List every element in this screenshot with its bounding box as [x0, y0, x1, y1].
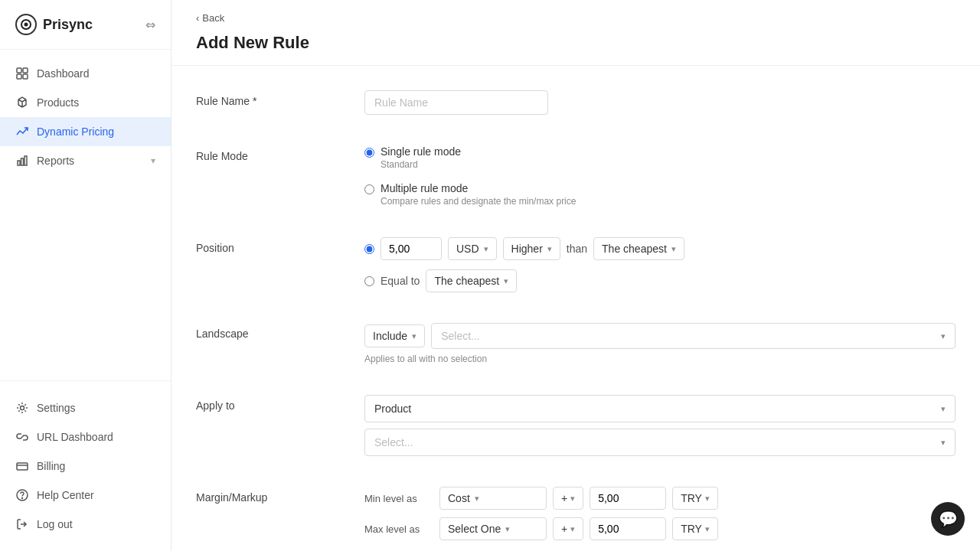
position-label: Position — [196, 237, 364, 292]
sidebar-bottom: Settings URL Dashboard Billing — [0, 380, 171, 551]
single-rule-mode-radio[interactable] — [364, 148, 374, 158]
min-level-type-value: Cost — [448, 492, 470, 504]
landscape-label: Landscape — [196, 323, 364, 364]
multiple-rule-mode-label: Multiple rule mode — [381, 182, 576, 194]
apply-to-field: Product ▾ Select... ▾ — [364, 395, 956, 456]
sidebar-item-dynamic-pricing-label: Dynamic Pricing — [37, 126, 155, 138]
currency-value: USD — [456, 243, 479, 255]
chevron-down-icon: ▾ — [151, 155, 155, 166]
equal-competitor-dropdown[interactable]: The cheapest ▾ — [426, 269, 517, 292]
main-content: ‹ Back Add New Rule Rule Name * Rule Mod… — [172, 0, 980, 551]
multiple-rule-mode-radio[interactable] — [364, 184, 374, 194]
svg-point-13 — [22, 498, 23, 499]
link-icon — [15, 430, 29, 444]
logout-button[interactable]: Log out — [0, 510, 171, 539]
svg-rect-8 — [24, 156, 27, 165]
position-section: Position USD ▾ Higher ▾ than — [196, 237, 956, 292]
margin-field: Min level as Cost ▾ + ▾ TRY ▾ — [364, 487, 956, 548]
min-level-currency-value: TRY — [681, 492, 702, 504]
landscape-filter-chevron-icon: ▾ — [412, 331, 416, 341]
max-level-currency-value: TRY — [681, 523, 702, 535]
svg-rect-4 — [17, 74, 21, 79]
sidebar-item-help-center-label: Help Center — [37, 489, 155, 501]
svg-rect-6 — [18, 161, 20, 165]
apply-to-type-chevron-icon: ▾ — [941, 404, 946, 414]
apply-to-value-dropdown[interactable]: Select... ▾ — [364, 429, 956, 456]
apply-to-value-placeholder: Select... — [374, 436, 413, 448]
competitor-value: The cheapest — [602, 243, 667, 255]
sidebar-item-url-dashboard[interactable]: URL Dashboard — [0, 422, 171, 452]
bar-chart-icon — [15, 154, 29, 168]
sidebar-item-settings[interactable]: Settings — [0, 393, 171, 422]
back-label: Back — [202, 12, 224, 24]
min-level-operator-dropdown[interactable]: + ▾ — [553, 487, 583, 510]
landscape-field: Include ▾ Select... ▾ Applies to all wit… — [364, 323, 956, 364]
max-level-type-value: Select One — [448, 523, 501, 535]
direction-dropdown[interactable]: Higher ▾ — [503, 237, 560, 260]
position-row1-radio[interactable] — [364, 244, 374, 254]
competitor-chevron-icon: ▾ — [671, 244, 676, 254]
multiple-rule-mode-option[interactable]: Multiple rule mode Compare rules and des… — [364, 182, 956, 207]
apply-to-type-dropdown[interactable]: Product ▾ — [364, 395, 956, 422]
max-level-type-dropdown[interactable]: Select One ▾ — [439, 517, 547, 540]
single-rule-mode-option[interactable]: Single rule mode Standard — [364, 145, 956, 170]
min-level-currency-dropdown[interactable]: TRY ▾ — [672, 487, 718, 510]
rule-mode-field: Single rule mode Standard Multiple rule … — [364, 145, 956, 207]
multiple-rule-mode-text: Multiple rule mode Compare rules and des… — [381, 182, 576, 207]
trending-up-icon — [15, 125, 29, 139]
page-title: Add New Rule — [196, 33, 956, 65]
landscape-select-chevron-icon: ▾ — [941, 331, 946, 341]
min-level-value-input[interactable] — [590, 487, 666, 510]
landscape-select-placeholder: Select... — [441, 330, 480, 342]
rule-name-input[interactable] — [364, 90, 548, 115]
sidebar-item-dashboard[interactable]: Dashboard — [0, 59, 171, 88]
single-rule-mode-label: Single rule mode — [381, 145, 461, 158]
rule-name-section: Rule Name * — [196, 90, 956, 115]
apply-to-section: Apply to Product ▾ Select... ▾ — [196, 395, 956, 456]
min-level-currency-chevron-icon: ▾ — [705, 494, 710, 504]
than-label: than — [567, 243, 587, 255]
sidebar-item-products[interactable]: Products — [0, 88, 171, 117]
logo-icon — [15, 14, 37, 35]
margin-section: Margin/Markup Min level as Cost ▾ + ▾ T — [196, 487, 956, 548]
sidebar-item-reports[interactable]: Reports ▾ — [0, 146, 171, 175]
sidebar-collapse-icon[interactable]: ⇔ — [145, 18, 155, 32]
landscape-select[interactable]: Select... ▾ — [431, 323, 956, 349]
landscape-filter-value: Include — [373, 330, 407, 342]
sidebar-item-dynamic-pricing[interactable]: Dynamic Pricing — [0, 117, 171, 146]
chat-widget[interactable]: 💬 — [931, 502, 965, 536]
sidebar-item-help-center[interactable]: Help Center — [0, 481, 171, 510]
single-rule-mode-text: Single rule mode Standard — [381, 145, 461, 170]
landscape-row: Include ▾ Select... ▾ — [364, 323, 956, 349]
svg-rect-5 — [23, 74, 28, 79]
max-level-currency-dropdown[interactable]: TRY ▾ — [672, 517, 718, 540]
equal-to-label: Equal to — [381, 275, 420, 287]
sidebar-item-settings-label: Settings — [37, 402, 155, 414]
min-level-type-chevron-icon: ▾ — [475, 494, 479, 504]
max-level-operator-dropdown[interactable]: + ▾ — [553, 517, 583, 540]
landscape-hint: Applies to all with no selection — [364, 354, 956, 364]
svg-rect-2 — [17, 68, 21, 73]
logout-label: Log out — [37, 518, 155, 530]
min-level-type-dropdown[interactable]: Cost ▾ — [439, 487, 547, 510]
page-header: ‹ Back Add New Rule — [172, 0, 980, 66]
sidebar-item-products-label: Products — [37, 96, 155, 109]
max-level-value-input[interactable] — [590, 517, 666, 540]
max-level-row: Max level as Select One ▾ + ▾ TRY ▾ — [364, 517, 956, 540]
direction-chevron-icon: ▾ — [547, 244, 552, 254]
back-link[interactable]: ‹ Back — [196, 12, 956, 24]
sidebar-item-billing[interactable]: Billing — [0, 452, 171, 481]
position-row2-radio[interactable] — [364, 276, 374, 286]
logout-icon — [15, 517, 29, 531]
position-row-1: USD ▾ Higher ▾ than The cheapest ▾ — [364, 237, 956, 260]
margin-label: Margin/Markup — [196, 487, 364, 548]
position-value-input[interactable] — [381, 237, 442, 260]
landscape-filter-dropdown[interactable]: Include ▾ — [364, 324, 425, 347]
min-level-operator-chevron-icon: ▾ — [570, 494, 575, 504]
sidebar: Prisync ⇔ Dashboard Products — [0, 0, 172, 551]
currency-dropdown[interactable]: USD ▾ — [448, 237, 497, 260]
rule-mode-radio-group: Single rule mode Standard Multiple rule … — [364, 145, 956, 207]
competitor-dropdown[interactable]: The cheapest ▾ — [593, 237, 684, 260]
rule-name-field — [364, 90, 956, 115]
min-level-label: Min level as — [364, 493, 433, 504]
